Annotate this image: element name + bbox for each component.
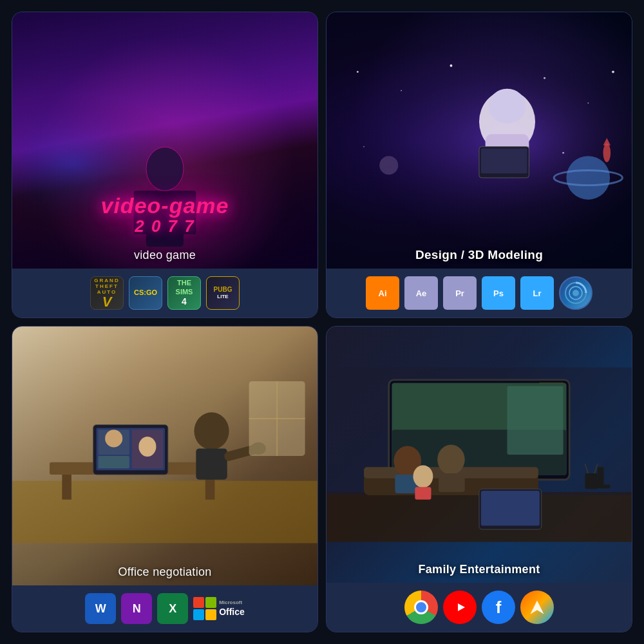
icon-excel: X — [157, 593, 188, 624]
icon-onenote: N — [121, 593, 152, 624]
icon-ae: Ae — [404, 276, 438, 310]
card-label-office: Office negotiation — [12, 565, 317, 579]
card-family: FULL HD — [326, 326, 632, 632]
svg-point-8 — [357, 71, 359, 73]
svg-rect-35 — [12, 481, 317, 544]
svg-point-10 — [450, 64, 453, 67]
svg-rect-75 — [481, 491, 540, 526]
card-design: Ps Ae Ai Design / 3D Modeling — [326, 12, 632, 318]
svg-marker-83 — [531, 601, 544, 614]
svg-rect-73 — [415, 487, 431, 499]
main-grid: video-game 2 0 7 7 video game GRAND THEF… — [0, 0, 644, 644]
card-image-family: FULL HD — [327, 327, 632, 583]
icon-csgo: CS:GO — [129, 276, 162, 310]
card-image-video-game: video-game 2 0 7 7 video game — [12, 12, 317, 269]
icons-family: f — [327, 583, 632, 632]
icons-office: W N X Microsoft Office — [12, 585, 317, 632]
card-image-office: Office negotiation — [12, 327, 317, 585]
svg-marker-82 — [458, 603, 465, 611]
svg-point-27 — [566, 156, 610, 200]
svg-rect-7 — [327, 53, 632, 228]
svg-point-13 — [363, 146, 365, 147]
svg-rect-79 — [585, 473, 597, 489]
svg-rect-37 — [62, 475, 71, 500]
icon-gta5: GRAND THEFT AUTO V — [90, 276, 124, 310]
icon-diigo — [520, 591, 554, 624]
icon-facebook: f — [482, 591, 515, 624]
icon-chrome — [404, 591, 438, 624]
svg-rect-71 — [439, 473, 465, 492]
svg-rect-77 — [598, 467, 604, 486]
icon-youtube — [443, 591, 477, 624]
svg-point-15 — [562, 152, 564, 154]
card-video-game: video-game 2 0 7 7 video game GRAND THEF… — [12, 12, 318, 318]
svg-point-11 — [544, 77, 545, 79]
icon-word: W — [85, 593, 116, 624]
svg-rect-62 — [507, 386, 564, 455]
svg-point-29 — [379, 156, 398, 175]
svg-point-14 — [612, 71, 614, 73]
svg-rect-47 — [196, 448, 227, 479]
card-office: Office negotiation W N X Microsoft Offic… — [12, 326, 318, 632]
svg-point-34 — [573, 290, 579, 296]
icon-pr: Pr — [443, 276, 477, 310]
svg-point-45 — [138, 437, 156, 457]
icon-ai: Ai — [366, 276, 399, 310]
card-image-design: Ps Ae Ai Design / 3D Modeling — [327, 12, 632, 269]
svg-rect-43 — [98, 456, 129, 468]
svg-point-72 — [413, 465, 433, 488]
icon-ps: Ps — [482, 276, 515, 310]
card-label-video-game: video game — [12, 249, 317, 262]
icons-design: Ai Ae Pr Ps Lr — [327, 269, 632, 317]
svg-point-9 — [401, 90, 402, 91]
icon-sims4: THE SIMS 4 — [167, 276, 201, 310]
icon-msoffice: Microsoft Office — [193, 597, 245, 620]
svg-point-17 — [489, 89, 526, 124]
svg-point-46 — [194, 412, 229, 450]
svg-point-70 — [437, 445, 465, 475]
cyberpunk-title2: 2 0 7 7 — [12, 216, 317, 236]
card-label-design: Design / 3D Modeling — [327, 248, 632, 262]
card-label-family: Family Entertainment — [327, 563, 632, 576]
svg-point-30 — [603, 144, 611, 162]
svg-point-12 — [587, 102, 589, 104]
svg-point-42 — [105, 430, 122, 447]
svg-rect-20 — [481, 149, 527, 174]
icons-video-game: GRAND THEFT AUTO V CS:GO THE SIMS 4 — [12, 269, 317, 317]
icon-pubg: PUBG LITE — [206, 276, 240, 310]
icon-lr: Lr — [520, 276, 554, 310]
cyberpunk-title: video-game — [12, 194, 317, 216]
icon-c4d — [559, 276, 592, 310]
